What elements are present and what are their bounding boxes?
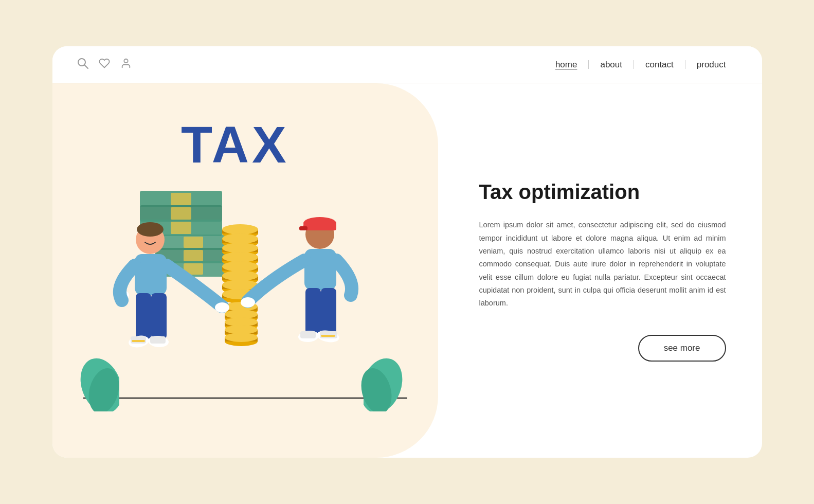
- svg-point-28: [222, 243, 258, 253]
- svg-line-1: [84, 65, 88, 68]
- nav-icons-group: [77, 58, 132, 71]
- svg-rect-70: [132, 340, 145, 342]
- svg-rect-9: [171, 193, 191, 205]
- svg-point-25: [222, 233, 258, 244]
- svg-point-4: [88, 365, 124, 411]
- svg-point-2: [124, 59, 128, 63]
- section-body: Lorem ipsum dolor sit amet, consectetur …: [479, 219, 726, 310]
- main-content: TAX: [52, 83, 762, 458]
- user-icon[interactable]: [120, 58, 132, 71]
- nav-links-group: home about contact product: [544, 60, 737, 69]
- svg-rect-78: [321, 288, 336, 334]
- svg-rect-83: [321, 335, 335, 337]
- svg-rect-61: [135, 254, 167, 295]
- svg-rect-15: [184, 237, 203, 248]
- svg-rect-64: [136, 293, 151, 339]
- nav-link-about[interactable]: about: [589, 60, 634, 69]
- heart-icon[interactable]: [99, 58, 110, 71]
- outer-wrapper: home about contact product: [27, 26, 788, 478]
- svg-rect-74: [299, 226, 307, 230]
- card: home about contact product: [52, 46, 762, 458]
- leaf-left-front: [88, 365, 124, 411]
- svg-rect-80: [300, 331, 316, 338]
- nav-link-home[interactable]: home: [544, 60, 589, 69]
- svg-rect-65: [151, 293, 167, 339]
- illustration-panel: TAX: [52, 83, 438, 458]
- section-title: Tax optimization: [479, 179, 726, 204]
- svg-rect-69: [150, 336, 166, 344]
- svg-rect-73: [303, 223, 336, 230]
- see-more-button[interactable]: see more: [638, 335, 726, 362]
- nav-link-contact[interactable]: contact: [634, 60, 685, 69]
- svg-rect-11: [171, 207, 191, 220]
- nav-link-product[interactable]: product: [685, 60, 737, 69]
- svg-point-63: [215, 302, 229, 313]
- search-icon[interactable]: [77, 58, 88, 71]
- svg-rect-17: [184, 250, 203, 261]
- svg-point-58: [225, 333, 258, 342]
- svg-point-31: [222, 252, 258, 262]
- svg-point-37: [222, 271, 258, 281]
- svg-text:TAX: TAX: [181, 116, 290, 173]
- svg-point-6: [356, 365, 392, 411]
- text-panel: Tax optimization Lorem ipsum dolor sit a…: [438, 83, 762, 458]
- svg-rect-77: [305, 288, 321, 334]
- leaf-right-front: [356, 365, 392, 411]
- svg-point-22: [222, 224, 258, 235]
- svg-point-34: [222, 261, 258, 272]
- svg-rect-75: [304, 249, 336, 290]
- svg-rect-13: [171, 222, 191, 234]
- svg-point-76: [241, 297, 255, 308]
- navbar: home about contact product: [52, 46, 762, 83]
- svg-point-60: [137, 222, 164, 237]
